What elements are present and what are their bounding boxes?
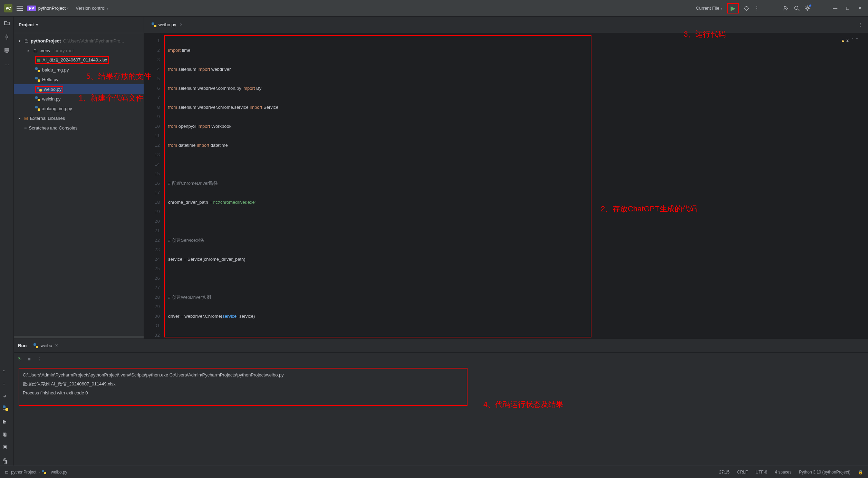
terminal-icon[interactable]: ▣ [3, 444, 8, 449]
svg-point-3 [807, 7, 809, 9]
scroll-up-icon[interactable]: ↑ [3, 368, 7, 373]
tree-file-baidu[interactable]: baidu_img.py [14, 65, 144, 75]
caret-position[interactable]: 27:15 [719, 470, 730, 475]
project-tool-icon[interactable] [4, 20, 10, 26]
svg-rect-7 [35, 67, 38, 70]
python-icon [35, 77, 40, 82]
run-tab-label[interactable]: Run [18, 343, 27, 348]
run-toolbar: ↻ ■ ⋮ [14, 353, 868, 365]
run-output[interactable]: C:\Users\Admin\PycharmProjects\pythonPro… [14, 365, 868, 409]
tree-scratches[interactable]: ▸ ≡ Scratches and Consoles [14, 123, 144, 133]
lock-icon[interactable]: 🔒 [858, 470, 863, 475]
scroll-down-icon[interactable]: ↓ [3, 381, 7, 386]
svg-rect-11 [37, 87, 39, 89]
code-content[interactable]: import time from selenium import webdriv… [165, 33, 317, 338]
python-icon [152, 22, 156, 27]
version-control-menu[interactable]: Version control ▾ [76, 6, 108, 11]
run-tool-icon[interactable]: ▶ [3, 419, 8, 424]
inspection-widget[interactable]: ▲ 2 ˆ ˇ [841, 38, 858, 43]
stop-button[interactable]: ■ [28, 356, 31, 362]
close-tab-icon[interactable]: ✕ [180, 22, 183, 27]
tree-file-hello[interactable]: Hello.py [14, 75, 144, 84]
scratches-icon: ≡ [24, 125, 27, 131]
run-tool-window: Run weibo ✕ ↻ ■ ⋮ C:\Users\Admin\Pycharm… [14, 338, 868, 466]
main-menu-button[interactable] [17, 6, 23, 11]
titlebar: PC PP pythonProject ▾ Version control ▾ … [0, 0, 868, 17]
chevron-down-icon: ▾ [67, 6, 69, 10]
editor-tabs: weibo.py ✕ ⋮ [144, 17, 868, 33]
debug-settings-icon[interactable] [744, 6, 749, 11]
minimize-button[interactable]: — [831, 6, 839, 11]
more-tool-icon[interactable]: ⋯ [4, 61, 10, 68]
search-icon[interactable] [794, 6, 800, 11]
structure-tool-icon[interactable] [4, 48, 10, 54]
tree-venv[interactable]: ▸ 🗀 .venv library root [14, 46, 144, 55]
code-editor[interactable]: ▲ 2 ˆ ˇ 12345678910111213141516171819202… [144, 33, 868, 338]
file-encoding[interactable]: UTF-8 [755, 470, 767, 475]
project-badge: PP [27, 6, 36, 11]
svg-rect-18 [154, 25, 156, 27]
python-icon [33, 343, 38, 348]
svg-rect-15 [35, 106, 38, 108]
interpreter[interactable]: Python 3.10 (pythonProject) [799, 470, 850, 475]
tree-file-xinlang[interactable]: xinlang_img.py [14, 104, 144, 113]
run-config-selector[interactable]: Current File ▾ [696, 6, 723, 11]
svg-point-4 [6, 36, 8, 38]
svg-rect-19 [33, 343, 36, 346]
svg-rect-23 [42, 470, 44, 472]
tree-external-libs[interactable]: ▸ ⊞ External Libraries [14, 113, 144, 123]
project-tree[interactable]: ▾ 🗀 pythonProject C:\Users\Admin\Pycharm… [14, 33, 144, 135]
tab-weibo[interactable]: weibo.py ✕ [148, 19, 186, 31]
python-icon [35, 96, 40, 101]
run-config-tab[interactable]: weibo ✕ [33, 343, 58, 348]
ide-logo: PC [4, 4, 12, 12]
bottom-left-tools: ▶ ⊞ ▣ ⊙ [3, 405, 8, 462]
svg-rect-24 [44, 472, 46, 474]
soft-wrap-icon[interactable]: ⤶ [3, 394, 7, 399]
svg-point-0 [745, 7, 748, 10]
project-name[interactable]: pythonProject [38, 6, 66, 11]
status-bar: 🗀 pythonProject › weibo.py 27:15 CRLF UT… [0, 466, 868, 478]
folder-icon: 🗀 [24, 38, 29, 44]
svg-rect-10 [38, 79, 40, 82]
tree-file-xlsx[interactable]: ▦ AI_微信_20240607_011449.xlsx [14, 55, 144, 65]
settings-icon[interactable] [804, 5, 811, 11]
code-with-me-icon[interactable] [783, 5, 789, 11]
python-console-icon[interactable] [3, 405, 8, 411]
tree-root[interactable]: ▾ 🗀 pythonProject C:\Users\Admin\Pycharm… [14, 36, 144, 46]
project-panel: Project ▾ ▾ 🗀 pythonProject C:\Users\Adm… [14, 17, 144, 338]
svg-rect-12 [39, 89, 42, 92]
tree-file-weibo[interactable]: weibo.py [14, 84, 144, 94]
annotation-box-output: C:\Users\Admin\PycharmProjects\pythonPro… [19, 368, 467, 406]
project-panel-title: Project [19, 22, 34, 27]
svg-rect-8 [38, 70, 40, 72]
svg-rect-14 [38, 99, 40, 101]
python-icon [35, 67, 40, 72]
run-button[interactable]: ▶ [731, 4, 735, 12]
svg-rect-22 [6, 408, 8, 411]
python-icon [42, 470, 47, 475]
close-button[interactable]: ✕ [856, 6, 864, 11]
close-icon[interactable]: ✕ [55, 343, 58, 348]
more-icon[interactable]: ⋮ [37, 356, 41, 362]
chevron-down-icon[interactable]: ▾ [36, 22, 38, 27]
line-gutter: 1234567891011121314151617181920212223242… [144, 33, 163, 338]
services-icon[interactable]: ⊞ [3, 431, 8, 437]
svg-rect-17 [152, 22, 154, 25]
rerun-button[interactable]: ↻ [18, 356, 22, 362]
folder-icon: 🗀 [5, 470, 9, 475]
svg-rect-9 [35, 77, 38, 79]
excel-icon: ▦ [37, 58, 40, 63]
breadcrumbs[interactable]: 🗀 pythonProject › weibo.py [5, 470, 67, 475]
svg-rect-16 [38, 108, 40, 111]
tool-window-toggle[interactable]: ◨ [3, 459, 8, 464]
svg-rect-20 [36, 346, 38, 348]
editor-area: weibo.py ✕ ⋮ ▲ 2 ˆ ˇ 1234567891011121314… [144, 17, 868, 338]
tree-file-weixin[interactable]: weixin.py [14, 94, 144, 104]
more-actions-icon[interactable]: ⋮ [754, 5, 760, 11]
tab-options-icon[interactable]: ⋮ [858, 22, 862, 27]
line-separator[interactable]: CRLF [737, 470, 748, 475]
commit-tool-icon[interactable] [4, 34, 10, 40]
maximize-button[interactable]: □ [844, 6, 851, 11]
indent-setting[interactable]: 4 spaces [775, 470, 791, 475]
